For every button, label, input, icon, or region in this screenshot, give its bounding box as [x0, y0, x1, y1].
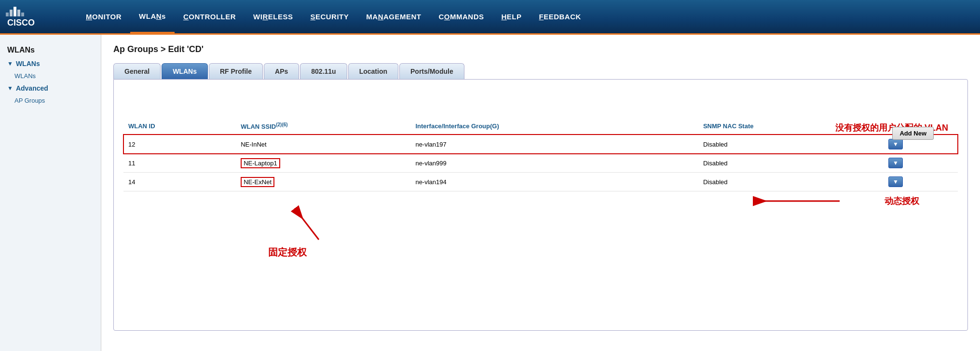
tab-802-11u[interactable]: 802.11u — [300, 63, 347, 79]
tab-bar: General WLANs RF Profile APs 802.11u Loc… — [113, 63, 968, 79]
nac-dropdown-1[interactable]: ▼ — [888, 139, 903, 149]
cell-wlan-id-14: 14 — [123, 173, 236, 191]
nav-monitor[interactable]: MONITOR — [77, 0, 130, 33]
ssid-boxed-label: NE-Laptop1 — [241, 158, 280, 168]
sidebar-advanced-section[interactable]: ▼ Advanced — [0, 81, 101, 95]
col-interface-group: Interface/Interface Group(G) — [410, 118, 698, 135]
svg-rect-3 — [17, 10, 20, 16]
wlan-table: WLAN ID WLAN SSID(2)(6) Interface/Interf… — [123, 118, 958, 191]
col-wlan-id: WLAN ID — [123, 118, 236, 135]
nav-commands[interactable]: COMMANDS — [430, 0, 492, 33]
nac-dropdown-2[interactable]: ▼ — [888, 158, 903, 168]
content-area: Ap Groups > Edit 'CD' General WLANs RF P… — [101, 35, 980, 351]
cell-wlan-id-11: 11 — [123, 154, 236, 173]
cell-ssid-laptop: NE-Laptop1 — [236, 154, 410, 173]
tab-wlans[interactable]: WLANs — [162, 63, 208, 79]
annotation-dynamic-label: 动态授权 — [885, 195, 919, 207]
nav-security[interactable]: SECURITY — [301, 0, 357, 33]
sidebar-wlans-label: WLANs — [16, 60, 40, 68]
annotation-area: 没有授权的用户分配的 VLAN Add New WLAN ID WLAN SSI… — [123, 118, 958, 321]
table-row: 14 NE-ExNet ne-vlan194 Disabled ▼ — [123, 173, 958, 191]
page-title: Ap Groups > Edit 'CD' — [113, 44, 968, 54]
nav-help[interactable]: HELP — [492, 0, 530, 33]
table-row: 11 NE-Laptop1 ne-vlan999 Disabled ▼ — [123, 154, 958, 173]
ssid-boxed-label-2: NE-ExNet — [241, 177, 274, 187]
sidebar-advanced-label: Advanced — [16, 84, 48, 92]
cell-nac-disabled-1: Disabled — [698, 135, 884, 154]
nav-feedback[interactable]: FEEDBACK — [531, 0, 590, 33]
sidebar-item-ap-groups[interactable]: AP Groups — [0, 95, 101, 106]
cell-nac-disabled-3: Disabled — [698, 173, 884, 191]
cell-interface-999: ne-vlan999 — [410, 154, 698, 173]
sidebar-wlans-section[interactable]: ▼ WLANs — [0, 57, 101, 70]
nav-wireless[interactable]: WIRELESS — [245, 0, 301, 33]
sidebar-title: WLANs — [0, 42, 101, 57]
cell-interface-197: ne-vlan197 — [410, 135, 698, 154]
svg-rect-1 — [10, 10, 13, 16]
cell-ssid-exnet: NE-ExNet — [236, 173, 410, 191]
table-row: 12 NE-InNet ne-vlan197 Disabled ▼ — [123, 135, 958, 154]
table-header-row: WLAN ID WLAN SSID(2)(6) Interface/Interf… — [123, 118, 958, 135]
tab-location[interactable]: Location — [348, 63, 398, 79]
tab-panel-wlans: 没有授权的用户分配的 VLAN Add New WLAN ID WLAN SSI… — [113, 79, 968, 331]
cell-wlan-id-12: 12 — [123, 135, 236, 154]
add-new-button[interactable]: Add New — [892, 127, 934, 140]
cell-ssid-neinnet: NE-InNet — [236, 135, 410, 154]
arrow-icon-2: ▼ — [7, 85, 13, 92]
sidebar: WLANs ▼ WLANs WLANs ▼ Advanced AP Groups — [0, 35, 101, 351]
nac-dropdown-3[interactable]: ▼ — [888, 176, 903, 187]
svg-rect-2 — [14, 7, 16, 16]
tab-rf-profile[interactable]: RF Profile — [209, 63, 263, 79]
col-wlan-ssid: WLAN SSID(2)(6) — [236, 118, 410, 135]
main-layout: WLANs ▼ WLANs WLANs ▼ Advanced AP Groups… — [0, 35, 980, 351]
cell-dropdown-2[interactable]: ▼ — [884, 154, 958, 173]
nav-management[interactable]: MANAGEMENT — [357, 0, 430, 33]
annotations-region: 动态授权 固定授权 — [123, 191, 958, 269]
cisco-logo: CISCO — [5, 4, 63, 29]
svg-rect-0 — [6, 13, 9, 16]
top-navigation: CISCO MONITOR WLANs CONTROLLER WIRELESS … — [0, 0, 980, 35]
sidebar-item-wlans[interactable]: WLANs — [0, 70, 101, 81]
fixed-arrow — [295, 208, 319, 240]
svg-text:CISCO: CISCO — [7, 18, 35, 27]
tab-aps[interactable]: APs — [264, 63, 299, 79]
tab-general[interactable]: General — [113, 63, 161, 79]
cell-nac-disabled-2: Disabled — [698, 154, 884, 173]
cell-interface-194: ne-vlan194 — [410, 173, 698, 191]
tab-ports-module[interactable]: Ports/Module — [399, 63, 464, 79]
arrow-icon: ▼ — [7, 60, 13, 67]
svg-rect-4 — [21, 13, 24, 16]
nav-controller[interactable]: CONTROLLER — [175, 0, 245, 33]
cell-dropdown-3[interactable]: ▼ — [884, 173, 958, 191]
arrows-svg — [123, 191, 958, 269]
nav-wlans[interactable]: WLANs — [130, 0, 175, 33]
annotation-fixed-label: 固定授权 — [268, 246, 307, 259]
main-nav: MONITOR WLANs CONTROLLER WIRELESS SECURI… — [77, 0, 590, 33]
